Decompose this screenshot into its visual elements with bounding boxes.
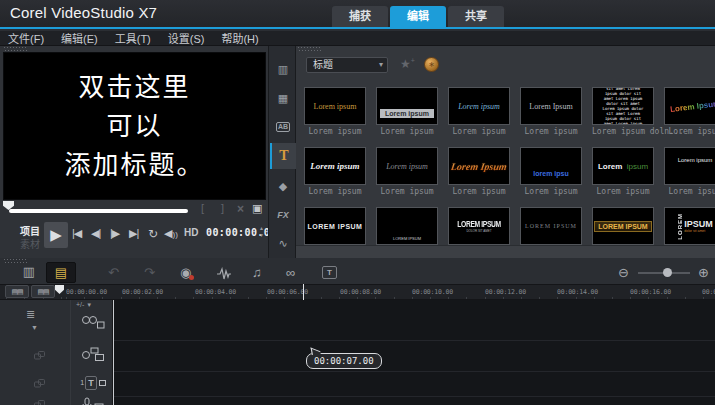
instant-project-icon: ▦ — [278, 92, 288, 105]
ripple-edit-icon[interactable] — [34, 346, 45, 364]
library-scroll-strip[interactable] — [296, 245, 715, 258]
title-template-thumb[interactable]: Lorem ipsum dolor sit amet Lorem ipsum d… — [592, 87, 654, 125]
go-start-button[interactable]: |◀ — [72, 227, 81, 240]
trim-controls: [ ] × ▣ — [0, 202, 268, 218]
ripple-edit-icon[interactable] — [34, 395, 45, 405]
timeline-view-button[interactable]: ▤ — [46, 262, 76, 283]
title-template-thumb[interactable]: LOREM IPSUM — [592, 207, 654, 245]
mark-out-icon[interactable]: ] — [221, 202, 224, 214]
nav-graphic[interactable]: ◆ — [270, 173, 296, 199]
step-tabs: 捕获 编辑 共享 — [332, 6, 504, 27]
nav-title[interactable]: T — [270, 143, 296, 169]
chevron-down-icon: ▾ — [379, 58, 383, 72]
get-more-content-icon[interactable]: ∗ — [424, 57, 439, 72]
go-end-button[interactable]: ▶| — [129, 227, 138, 240]
title-template-thumb[interactable]: LOREM IPSUM — [304, 207, 366, 245]
title-template-thumb[interactable]: lorem ipsu — [520, 147, 582, 185]
record-capture-icon[interactable]: ◉ — [180, 262, 191, 283]
preview-timecode[interactable]: 00:00:00.00 — [206, 227, 277, 238]
gallery-select[interactable]: 标题 ▾ — [306, 57, 388, 73]
menu-settings[interactable]: 设置(S) — [168, 30, 205, 46]
undo-icon[interactable]: ↶ — [108, 262, 119, 283]
add-favorite-icon[interactable]: ★+ — [400, 57, 415, 71]
voice-track-button[interactable] — [79, 395, 107, 405]
timeline-ruler[interactable]: 00:00:00.00 00:00:02.00 00:00:04.00 00:0… — [0, 284, 715, 300]
auto-music-icon[interactable]: ♫ — [252, 262, 262, 283]
nav-filter[interactable]: FX — [270, 202, 296, 228]
title-template-thumb[interactable]: Lorem ipsum — [376, 87, 438, 125]
title-template: Lorem ipsum Lorem ipsum — [376, 147, 438, 196]
title-template: lorem ipsu Lorem ipsum — [520, 147, 582, 196]
menu-tools[interactable]: 工具(T) — [115, 30, 151, 46]
track-manager-button[interactable]: ▤▤ — [31, 285, 55, 298]
show-all-tracks-button[interactable]: ▤▤ — [5, 285, 29, 298]
overlay-track-button[interactable] — [79, 344, 107, 363]
snapshot-icon[interactable]: ▣ — [252, 202, 262, 215]
zoom-out-icon[interactable]: ⊖ — [618, 262, 629, 283]
tracks-area[interactable]: ≣ ▼ +/- ▼ — [0, 300, 715, 405]
title-template-thumb[interactable]: LOREM IPSUMDOLOR SIT AMET — [448, 207, 510, 245]
ripple-edit-icon[interactable] — [34, 374, 45, 392]
hd-toggle[interactable]: HD — [184, 227, 198, 238]
title-template-thumb[interactable]: Lorem ipsum — [448, 87, 510, 125]
track-layout-icon[interactable]: ≣ — [26, 308, 35, 321]
video-track-button[interactable] — [79, 312, 107, 331]
nav-motion-path[interactable]: ∿ — [270, 230, 296, 256]
title-template: Lorem ipsum Lorem ipsum — [448, 87, 510, 136]
title-template-thumb[interactable]: Lorem ipsum — [664, 147, 715, 185]
add-remove-track-control[interactable]: +/- ▼ — [76, 301, 92, 308]
title-template: Lorem ipsum dolor sit amet Lorem ipsum d… — [592, 87, 654, 136]
prev-frame-button[interactable]: ◀| — [91, 227, 100, 240]
title-template-thumb[interactable]: Lorem ipsum — [376, 147, 438, 185]
timecode-tooltip: 00:00:07.00 — [306, 353, 382, 369]
track-motion-icon[interactable]: ∞ — [286, 262, 295, 283]
title-template-thumb[interactable]: LOREM IPSUMdolor sit amet — [664, 207, 715, 245]
menu-help[interactable]: 帮助(H) — [221, 30, 258, 46]
title-template-thumb[interactable]: Lorem Ipsum — [520, 87, 582, 125]
play-button[interactable]: ▶ — [44, 222, 68, 248]
timeline-cursor-line — [303, 284, 304, 300]
overlay-track-icon — [81, 346, 105, 362]
subtitle-options-icon[interactable]: T — [322, 266, 337, 279]
nav-instant-project[interactable]: ▦ — [270, 85, 296, 111]
mode-clip-label[interactable]: 素材 — [20, 236, 40, 251]
zoom-slider-knob[interactable] — [663, 268, 672, 277]
title-template-thumb[interactable]: Lorem ipsum — [304, 87, 366, 125]
title-template-thumb[interactable]: Lorem ipsum — [592, 147, 654, 185]
next-frame-button[interactable]: |▶ — [110, 227, 119, 240]
mark-in-icon[interactable]: [ — [201, 202, 204, 214]
sound-mixer-icon[interactable] — [216, 262, 232, 283]
tab-edit[interactable]: 编辑 — [390, 6, 446, 27]
tab-capture[interactable]: 捕获 — [332, 6, 388, 27]
volume-icon[interactable]: ◀)) — [164, 227, 178, 240]
nav-media[interactable]: ▥ — [270, 56, 296, 82]
redo-icon[interactable]: ↷ — [144, 262, 155, 283]
title-template-thumb[interactable]: Lorem Ipsum — [448, 147, 510, 185]
tab-share[interactable]: 共享 — [448, 6, 504, 27]
title-icon: T — [279, 148, 288, 164]
panel-drag-handle[interactable] — [298, 47, 322, 51]
title-track-button[interactable]: 1T — [79, 373, 107, 392]
track-start-line — [113, 300, 114, 405]
title-template: Lorem ipsum Lorem ipsum — [592, 147, 654, 196]
track-separator — [113, 340, 715, 341]
title-template: Lorem ipsum Lorem ipsum — [376, 87, 438, 136]
track-options-column: ≣ ▼ — [0, 300, 70, 405]
title-template-thumb[interactable]: Lorem ipsum — [304, 147, 366, 185]
panel-drag-handle[interactable] — [4, 47, 28, 51]
nav-transition[interactable]: AB — [270, 114, 296, 140]
menu-edit[interactable]: 编辑(E) — [61, 30, 98, 46]
timecode-stepper[interactable]: ▲▼ — [259, 225, 264, 239]
storyboard-view-button[interactable]: ▥ — [14, 262, 44, 283]
title-template-thumb[interactable]: LOREM IPSUM — [376, 207, 438, 245]
title-template-thumb[interactable]: LOREM IPSUM — [520, 207, 582, 245]
menu-file[interactable]: 文件(F) — [8, 30, 44, 46]
split-clip-icon[interactable]: × — [237, 202, 244, 216]
repeat-icon[interactable]: ↻ — [148, 227, 158, 241]
title-template-thumb[interactable]: Lorem Ipsum — [664, 87, 715, 125]
chevron-down-icon[interactable]: ▼ — [31, 324, 38, 331]
ruler-label: 00:00:06.00 — [267, 288, 308, 296]
zoom-in-icon[interactable]: ⊕ — [698, 262, 709, 283]
preview-video-area[interactable]: 双击这里 可以 添加标题。 — [3, 52, 266, 200]
template-caption: Lorem ipsum — [592, 187, 654, 196]
